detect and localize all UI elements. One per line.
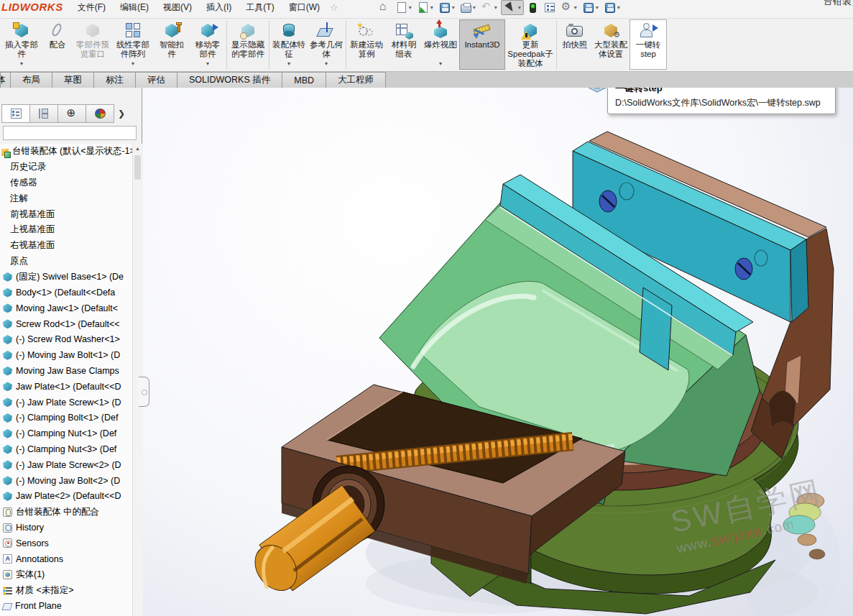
- tab-dimxpert[interactable]: [86, 104, 114, 123]
- dropdown-arrow-icon[interactable]: ▾: [430, 4, 433, 11]
- tree-item-annotations[interactable]: Annotations: [0, 551, 142, 567]
- dropdown-arrow-icon[interactable]: ▾: [574, 4, 577, 11]
- dropdown-arrow-icon[interactable]: ▾: [206, 59, 209, 69]
- tab-markup[interactable]: 标注: [93, 72, 136, 88]
- tree-item-part[interactable]: (-) Moving Jaw Bolt<1> (D: [0, 347, 142, 363]
- scrollbar-thumb[interactable]: [134, 155, 141, 180]
- tab-addins[interactable]: SOLIDWORKS 插件: [177, 72, 282, 88]
- tree-item-material[interactable]: 材质 <未指定>: [0, 582, 142, 598]
- take-snapshot-button[interactable]: 拍快照: [558, 19, 592, 70]
- appearance-sphere-icon[interactable]: [839, 88, 853, 88]
- dropdown-arrow-icon[interactable]: ▾: [473, 4, 476, 11]
- smart-fasteners-button[interactable]: 智能扣件: [154, 19, 190, 70]
- panel-expand-arrow[interactable]: ❯: [114, 104, 129, 123]
- viewport-canvas[interactable]: 一键转step D:\SolidWorks文件库\SolidWorks宏\一键转…: [143, 88, 853, 616]
- tree-item-part[interactable]: (-) Jaw Plate Screw<2> (D: [0, 457, 142, 473]
- update-speedpak-button[interactable]: 更新Speedpak子装配体: [505, 19, 555, 70]
- menu-insert[interactable]: 插入(I): [199, 0, 239, 16]
- tree-item-part[interactable]: (-) Moving Jaw Bolt<2> (D: [0, 473, 142, 489]
- menu-tools[interactable]: 工具(T): [239, 0, 281, 16]
- tree-item-part[interactable]: Moving Jaw<1> (Default<: [0, 300, 142, 316]
- dropdown-arrow-icon[interactable]: ▾: [20, 59, 23, 69]
- macro-save-a-button[interactable]: ▾: [581, 1, 601, 15]
- menu-window[interactable]: 窗口(W): [282, 0, 327, 16]
- dropdown-arrow-icon[interactable]: ▾: [287, 59, 290, 69]
- large-assembly-settings-button[interactable]: ⚙ 大型装配体设置: [592, 19, 630, 70]
- performance-button[interactable]: [525, 1, 540, 15]
- tab-propertymanager[interactable]: [29, 104, 58, 123]
- tree-item-history-cn[interactable]: 历史记录: [0, 160, 142, 175]
- select-tool-button[interactable]: ▾: [501, 0, 524, 15]
- dropdown-arrow-icon[interactable]: ▾: [452, 4, 455, 11]
- motion-study-button[interactable]: 新建运动算例: [347, 19, 386, 70]
- macro-save-b-button[interactable]: ▾: [602, 1, 622, 15]
- tree-item-sensors[interactable]: Sensors: [0, 535, 142, 551]
- tree-item-part[interactable]: (-) Clamping Nut<3> (Def: [0, 441, 142, 457]
- tree-item-right-plane-cn[interactable]: 右视基准面: [0, 238, 142, 254]
- tree-item-part[interactable]: (-) Clamping Nut<1> (Def: [0, 426, 142, 441]
- tree-item-part[interactable]: (固定) Swivel Base<1> (De: [0, 269, 142, 285]
- tab-configurationmanager[interactable]: [57, 104, 86, 123]
- one-key-step-button[interactable]: 一键转step: [630, 19, 667, 70]
- tree-item-top-plane-cn[interactable]: 上视基准面: [0, 222, 142, 238]
- home-button[interactable]: [377, 1, 392, 15]
- insert-component-button[interactable]: 插入零部件 ▾: [1, 19, 42, 70]
- tab-sketch[interactable]: 草图: [52, 72, 94, 88]
- print-button[interactable]: ▾: [458, 1, 478, 14]
- open-document-button[interactable]: ▾: [415, 1, 435, 14]
- assembly-features-button[interactable]: 装配体特征 ▾: [270, 19, 308, 70]
- show-hidden-components-button[interactable]: 显示隐藏的零部件: [228, 19, 268, 70]
- panel-splitter-handle[interactable]: [139, 377, 149, 407]
- tree-item-origin[interactable]: 原点: [0, 254, 142, 270]
- tab-evaluate[interactable]: 评估: [135, 72, 177, 88]
- tree-item-front-plane[interactable]: Front Plane: [0, 598, 142, 614]
- tree-item-history[interactable]: History: [0, 520, 142, 535]
- bill-of-materials-button[interactable]: 材料明细表: [386, 19, 422, 70]
- scrollbar-up-arrow[interactable]: ▲: [133, 144, 142, 151]
- tab-assembly-partial[interactable]: 体: [0, 72, 11, 88]
- reference-geometry-button[interactable]: 参考几何体 ▾: [308, 19, 345, 70]
- move-component-button[interactable]: 移动零部件 ▾: [190, 19, 226, 70]
- tree-item-part[interactable]: Body<1> (Default<<Defa: [0, 285, 142, 300]
- tree-item-front-plane-cn[interactable]: 前视基准面: [0, 206, 142, 222]
- tree-item-part[interactable]: (-) Clamping Bolt<1> (Def: [0, 410, 142, 426]
- tree-item-annotations-cn[interactable]: 注解: [0, 190, 142, 206]
- menu-edit[interactable]: 编辑(E): [113, 0, 156, 16]
- component-preview-button[interactable]: 零部件预览窗口: [73, 19, 112, 70]
- dropdown-arrow-icon[interactable]: ▾: [409, 4, 412, 11]
- tab-mbd[interactable]: MBD: [282, 72, 326, 88]
- tree-item-part[interactable]: Moving Jaw Base Clamps: [0, 363, 142, 379]
- dropdown-arrow-icon[interactable]: ▾: [494, 4, 497, 11]
- tree-root-assembly[interactable]: 台钳装配体 (默认<显示状态-1>: [0, 144, 142, 160]
- tree-item-mates[interactable]: 台钳装配体 中的配合: [0, 504, 142, 520]
- dropdown-arrow-icon[interactable]: ▾: [439, 59, 442, 69]
- tree-item-sensors-cn[interactable]: 传感器: [0, 175, 142, 191]
- tab-layout[interactable]: 布局: [10, 72, 52, 88]
- tree-item-part[interactable]: Jaw Plate<1> (Default<<D: [0, 379, 142, 395]
- dropdown-arrow-icon[interactable]: ▾: [596, 4, 599, 11]
- save-button[interactable]: ▾: [437, 1, 457, 15]
- mate-button[interactable]: 配合: [42, 19, 73, 70]
- new-document-button[interactable]: ▾: [394, 1, 414, 14]
- tree-item-part[interactable]: (-) Jaw Plate Screw<1> (D: [0, 395, 142, 410]
- dropdown-arrow-icon[interactable]: ▾: [617, 4, 620, 11]
- dropdown-arrow-icon[interactable]: ▾: [325, 59, 328, 69]
- instant3d-button[interactable]: Instant3D: [459, 19, 505, 70]
- tree-item-part[interactable]: Screw Rod<1> (Default<<: [0, 316, 142, 332]
- linear-pattern-button[interactable]: 线性零部件阵列 ▾: [112, 19, 154, 70]
- menu-file[interactable]: 文件(F): [70, 0, 113, 16]
- tree-item-solid-bodies[interactable]: 实体(1): [0, 567, 142, 583]
- exploded-view-button[interactable]: 爆炸视图 ▾: [422, 19, 459, 70]
- menu-view[interactable]: 视图(V): [156, 0, 199, 16]
- undo-button[interactable]: ▾: [479, 1, 499, 15]
- dropdown-arrow-icon[interactable]: ▾: [518, 4, 521, 11]
- pin-menu-icon[interactable]: ☆: [330, 2, 338, 13]
- tree-filter-input[interactable]: [3, 126, 137, 140]
- tab-featuremanager[interactable]: [1, 104, 30, 123]
- dropdown-arrow-icon[interactable]: ▾: [132, 59, 134, 69]
- settings-button[interactable]: ▾: [559, 1, 579, 15]
- options-list-button[interactable]: [542, 1, 558, 14]
- tree-item-part[interactable]: (-) Screw Rod Washer<1>: [0, 332, 142, 348]
- tab-daGongChengShi[interactable]: 大工程师: [326, 72, 386, 88]
- tree-item-part[interactable]: Jaw Plate<2> (Default<<D: [0, 489, 142, 505]
